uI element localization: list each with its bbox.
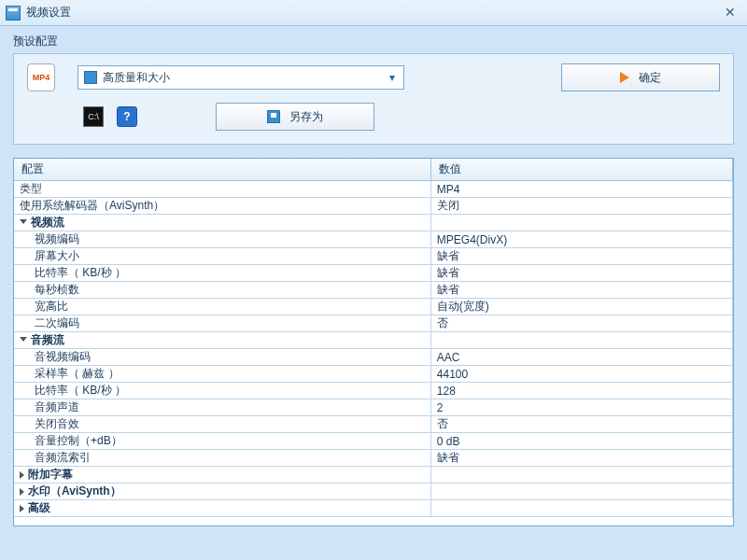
mp4-badge-icon: MP4	[27, 63, 55, 91]
value-cell[interactable]: 0 dB	[430, 433, 732, 450]
titlebar: 视频设置 ✕	[0, 0, 747, 26]
table-row[interactable]: 屏幕大小缺省	[14, 248, 733, 265]
table-row[interactable]: 使用系统解码器（AviSynth）关闭	[14, 198, 733, 215]
col-header-value[interactable]: 数值	[430, 159, 732, 181]
film-icon	[84, 71, 97, 84]
table-row[interactable]: 比特率（ KB/秒 ）128	[14, 383, 733, 399]
value-cell[interactable]: 缺省	[430, 450, 732, 467]
config-cell: 音量控制（+dB）	[14, 433, 430, 450]
value-cell[interactable]: 128	[430, 383, 732, 399]
table-row[interactable]: 音量控制（+dB）0 dB	[14, 433, 733, 450]
value-cell[interactable]	[430, 215, 732, 231]
value-cell[interactable]	[430, 500, 732, 517]
arrow-right-icon	[620, 72, 629, 83]
config-cell: 比特率（ KB/秒 ）	[14, 265, 430, 282]
ok-button[interactable]: 确定	[561, 63, 720, 91]
window-title: 视频设置	[26, 5, 71, 21]
config-cell: 高级	[14, 500, 430, 517]
table-row[interactable]: 音视频编码AAC	[14, 349, 733, 366]
config-cell: 关闭音效	[14, 416, 430, 433]
config-table: 配置 数值 类型MP4使用系统解码器（AviSynth）关闭视频流视频编码MPE…	[13, 158, 734, 526]
save-icon	[267, 110, 280, 123]
preset-group: 预设配置 MP4 高质量和大小 ▾ 确定 C:\ ? 另存为	[13, 34, 734, 145]
app-icon	[6, 6, 21, 21]
value-cell[interactable]: 自动(宽度)	[430, 299, 732, 315]
value-cell[interactable]: MPEG4(DivX)	[430, 231, 732, 248]
save-as-label: 另存为	[289, 109, 323, 125]
table-row[interactable]: 音频声道2	[14, 399, 733, 416]
table-row[interactable]: 关闭音效否	[14, 416, 733, 433]
table-row[interactable]: 二次编码否	[14, 315, 733, 332]
preset-dropdown[interactable]: 高质量和大小 ▾	[78, 65, 404, 90]
table-row[interactable]: 类型MP4	[14, 181, 733, 198]
value-cell[interactable]	[430, 332, 732, 349]
table-row[interactable]: 附加字幕	[14, 467, 733, 483]
value-cell[interactable]: 否	[430, 416, 732, 433]
ok-button-label: 确定	[639, 70, 661, 86]
config-cell: 类型	[14, 181, 430, 198]
save-as-button[interactable]: 另存为	[216, 103, 374, 131]
value-cell[interactable]: 缺省	[430, 282, 732, 299]
chevron-right-icon[interactable]	[20, 471, 24, 479]
value-cell[interactable]	[430, 483, 732, 500]
table-row[interactable]: 视频流	[14, 215, 733, 231]
table-row[interactable]: 宽高比自动(宽度)	[14, 299, 733, 315]
chevron-down-icon[interactable]	[20, 337, 27, 342]
chevron-down-icon[interactable]	[20, 219, 27, 224]
preset-selected-label: 高质量和大小	[103, 70, 170, 86]
config-cell: 音频流索引	[14, 450, 430, 467]
config-cell: 音视频编码	[14, 349, 430, 366]
table-row[interactable]: 每秒桢数缺省	[14, 282, 733, 299]
chevron-right-icon[interactable]	[20, 505, 24, 512]
table-row[interactable]: 采样率（ 赫兹 ）44100	[14, 366, 733, 383]
config-cell: 比特率（ KB/秒 ）	[14, 383, 430, 399]
value-cell[interactable]	[430, 467, 732, 483]
config-cell: 音频声道	[14, 399, 430, 416]
config-cell: 附加字幕	[14, 467, 430, 483]
table-row[interactable]: 音频流索引缺省	[14, 450, 733, 467]
config-cell: 视频编码	[14, 231, 430, 248]
config-cell: 二次编码	[14, 315, 430, 332]
value-cell[interactable]: 2	[430, 399, 732, 416]
config-cell: 宽高比	[14, 299, 430, 315]
config-cell: 采样率（ 赫兹 ）	[14, 366, 430, 383]
table-row[interactable]: 音频流	[14, 332, 733, 349]
config-cell: 每秒桢数	[14, 282, 430, 299]
value-cell[interactable]: 关闭	[430, 198, 732, 215]
close-icon[interactable]: ✕	[721, 4, 740, 21]
preset-group-label: 预设配置	[13, 34, 734, 49]
chevron-right-icon[interactable]	[20, 488, 24, 496]
table-row[interactable]: 高级	[14, 500, 733, 517]
col-header-config[interactable]: 配置	[14, 159, 430, 181]
value-cell[interactable]: MP4	[430, 181, 732, 198]
config-cell: 使用系统解码器（AviSynth）	[14, 198, 430, 215]
table-row[interactable]: 水印（AviSynth）	[14, 483, 733, 500]
table-row[interactable]: 视频编码MPEG4(DivX)	[14, 231, 733, 248]
value-cell[interactable]: 缺省	[430, 265, 732, 282]
config-cell: 视频流	[14, 215, 430, 231]
config-cell: 音频流	[14, 332, 430, 349]
config-cell: 水印（AviSynth）	[14, 483, 430, 500]
cmd-icon[interactable]: C:\	[83, 106, 104, 127]
table-row[interactable]: 比特率（ KB/秒 ）缺省	[14, 265, 733, 282]
value-cell[interactable]: 否	[430, 315, 732, 332]
config-cell: 屏幕大小	[14, 248, 430, 265]
value-cell[interactable]: AAC	[430, 349, 732, 366]
help-icon[interactable]: ?	[117, 106, 137, 127]
value-cell[interactable]: 44100	[430, 366, 732, 383]
chevron-down-icon: ▾	[385, 70, 400, 85]
value-cell[interactable]: 缺省	[430, 248, 732, 265]
